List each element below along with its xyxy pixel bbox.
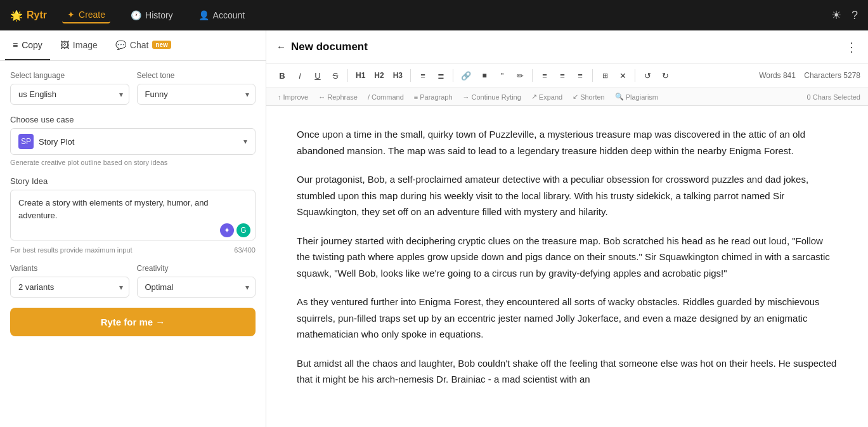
account-icon: 👤 — [198, 10, 209, 20]
doc-body[interactable]: Once upon a time in the small, quirky to… — [266, 106, 868, 427]
image-tab-icon: 🖼 — [60, 40, 69, 50]
help-icon[interactable]: ? — [852, 9, 858, 22]
story-idea-textarea[interactable]: Create a story with elements of mystery,… — [10, 190, 256, 240]
h1-button[interactable]: H1 — [352, 67, 369, 84]
language-group: Select language us English uk English Fr… — [10, 71, 129, 105]
redo-button[interactable]: ↻ — [657, 67, 673, 84]
textarea-footer: For best results provide maximum input 6… — [10, 246, 256, 254]
use-case-hint: Generate creative plot outline based on … — [10, 159, 256, 166]
pen-button[interactable]: ✏ — [512, 67, 528, 84]
align-right-button[interactable]: ≡ — [572, 67, 588, 84]
nav-create-label: Create — [79, 10, 105, 20]
language-label: Select language — [10, 71, 129, 80]
nav-item-create[interactable]: ✦ Create — [62, 7, 110, 23]
use-case-icon: SP — [18, 134, 34, 149]
expand-button[interactable]: ↗ Expand — [528, 91, 566, 103]
textarea-hint: For best results provide maximum input — [10, 246, 133, 254]
back-button[interactable]: ← — [276, 41, 286, 52]
toolbar-divider-4 — [532, 69, 533, 82]
continue-ryting-button[interactable]: → Continue Ryting — [459, 91, 525, 103]
logo-icon: 🌟 — [10, 10, 23, 22]
align-center-button[interactable]: ≡ — [554, 67, 571, 84]
rephrase-label: Rephrase — [327, 93, 358, 101]
improve-label: Improve — [283, 93, 309, 101]
use-case-value: Story Plot — [39, 137, 243, 147]
plagiarism-label: Plagiarism — [626, 93, 658, 101]
nav-logo: 🌟 Rytr — [10, 10, 47, 22]
undo-button[interactable]: ↺ — [639, 67, 656, 84]
align-left-button[interactable]: ≡ — [536, 67, 553, 84]
strikethrough-button[interactable]: S — [327, 67, 344, 84]
clear-format-button[interactable]: ✕ — [614, 67, 631, 84]
language-select-wrapper: us English uk English French Spanish ▾ — [10, 84, 129, 105]
doc-paragraph-3: Their journey started with deciphering c… — [297, 233, 838, 282]
top-nav: 🌟 Rytr ✦ Create 🕐 History 👤 Account ☀ ? — [0, 0, 868, 30]
plagiarism-button[interactable]: 🔍 Plagiarism — [611, 91, 662, 103]
toolbar-divider-6 — [635, 69, 635, 82]
command-label: Command — [372, 93, 404, 101]
sidebar: ≡ Copy 🖼 Image 💬 Chat new Select languag… — [0, 30, 266, 427]
content-area: ← New document ⋮ B i U S H1 H2 H3 ≡ ≣ 🔗 … — [266, 30, 868, 427]
rephrase-button[interactable]: ↔ Rephrase — [314, 91, 361, 103]
tab-copy[interactable]: ≡ Copy — [5, 30, 50, 60]
tab-image[interactable]: 🖼 Image — [53, 30, 105, 60]
ai-assist-icon[interactable]: ✦ — [220, 223, 234, 237]
nav-history-label: History — [145, 10, 173, 20]
grammar-check-icon[interactable]: G — [236, 223, 250, 237]
doc-menu-icon[interactable]: ⋮ — [845, 39, 858, 55]
ordered-list-button[interactable]: ≣ — [432, 67, 449, 84]
tone-group: Select tone Funny Formal Casual Persuasi… — [137, 71, 256, 105]
story-idea-label: Story Idea — [10, 176, 256, 186]
toolbar-divider-2 — [410, 69, 411, 82]
improve-button[interactable]: ↑ Improve — [274, 91, 312, 103]
paragraph-label: Paragraph — [420, 93, 452, 101]
link-button[interactable]: 🔗 — [457, 67, 475, 84]
h3-button[interactable]: H3 — [389, 67, 406, 84]
chat-tab-icon: 💬 — [115, 40, 126, 50]
create-icon: ✦ — [67, 10, 75, 20]
italic-button[interactable]: i — [292, 67, 308, 84]
nav-item-account[interactable]: 👤 Account — [193, 8, 250, 23]
bold-button[interactable]: B — [274, 67, 290, 84]
logo-text: Rytr — [27, 10, 47, 21]
shorten-button[interactable]: ↙ Shorten — [569, 91, 609, 103]
variants-select-wrapper: 1 variant 2 variants 3 variants ▾ — [10, 277, 129, 298]
ryte-btn-label: Ryte for me → — [101, 317, 165, 327]
table-button[interactable]: ⊞ — [597, 67, 613, 84]
command-button[interactable]: / Command — [364, 91, 408, 103]
chars-selected: 0 Chars Selected — [807, 93, 860, 101]
sidebar-form: Select language us English uk English Fr… — [0, 61, 266, 346]
use-case-group: Choose use case SP Story Plot ▾ Generate… — [10, 115, 256, 166]
quote-button[interactable]: " — [494, 67, 510, 84]
story-idea-textarea-wrapper: Create a story with elements of mystery,… — [10, 190, 256, 242]
creativity-select[interactable]: Low Optimal High Max — [137, 277, 256, 298]
language-tone-row: Select language us English uk English Fr… — [10, 71, 256, 105]
doc-paragraph-1: Once upon a time in the small, quirky to… — [297, 126, 838, 159]
ryte-for-me-button[interactable]: Ryte for me → — [10, 308, 256, 336]
image-button[interactable]: ■ — [476, 67, 493, 84]
tone-select[interactable]: Funny Formal Casual Persuasive — [137, 84, 256, 105]
doc-paragraph-4: As they ventured further into Enigma For… — [297, 294, 838, 343]
use-case-select[interactable]: SP Story Plot ▾ — [10, 128, 256, 155]
main-layout: ≡ Copy 🖼 Image 💬 Chat new Select languag… — [0, 30, 868, 427]
variants-select[interactable]: 1 variant 2 variants 3 variants — [10, 277, 129, 298]
variants-group: Variants 1 variant 2 variants 3 variants… — [10, 264, 129, 298]
language-select[interactable]: us English uk English French Spanish — [10, 84, 129, 105]
chat-tab-label: Chat — [130, 40, 149, 50]
char-count-text: Characters 5278 — [804, 71, 860, 80]
toolbar-divider-1 — [347, 69, 348, 82]
paragraph-button[interactable]: ≡ Paragraph — [410, 91, 457, 103]
continue-label: Continue Ryting — [472, 93, 521, 101]
unordered-list-button[interactable]: ≡ — [415, 67, 431, 84]
underline-button[interactable]: U — [309, 67, 326, 84]
creativity-label: Creativity — [137, 264, 256, 273]
h2-button[interactable]: H2 — [370, 67, 387, 84]
nav-item-history[interactable]: 🕐 History — [126, 8, 178, 23]
use-case-arrow-icon: ▾ — [243, 137, 247, 146]
theme-toggle-icon[interactable]: ☀ — [831, 8, 841, 22]
variants-creativity-row: Variants 1 variant 2 variants 3 variants… — [10, 264, 256, 298]
toolbar-divider-3 — [453, 69, 453, 82]
tab-chat[interactable]: 💬 Chat new — [108, 30, 179, 60]
doc-header: ← New document ⋮ — [266, 30, 868, 63]
image-tab-label: Image — [73, 40, 98, 50]
